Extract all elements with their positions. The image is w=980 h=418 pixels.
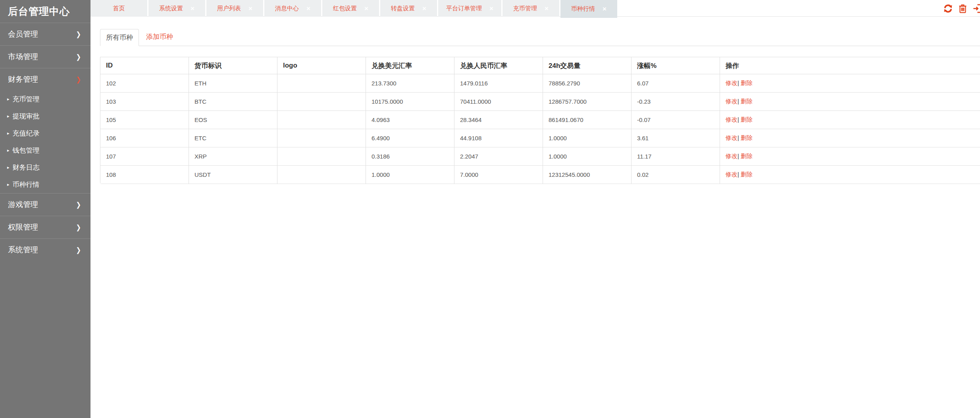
table-row: 106ETC6.490044.91081.00003.61修改|删除 [100, 129, 980, 147]
sidebar-item-game[interactable]: 游戏管理❯ [0, 193, 90, 216]
tab-close-icon[interactable]: × [489, 5, 493, 12]
edit-link[interactable]: 修改 [726, 134, 737, 141]
cell-actions: 修改|删除 [720, 129, 980, 147]
cell-usd_rate: 6.4900 [366, 129, 454, 147]
sidebar-subitem-coin-market[interactable]: ▸币种行情 [0, 176, 90, 193]
cell-volume: 78856.2790 [543, 74, 632, 93]
cell-change: 11.17 [632, 147, 720, 166]
edit-link[interactable]: 修改 [726, 116, 737, 123]
cell-logo [277, 93, 366, 111]
column-header: 涨幅% [632, 57, 720, 74]
tab-recharge-management[interactable]: 充币管理× [503, 0, 559, 17]
cell-usd_rate: 0.3186 [366, 147, 454, 166]
sidebar-subitem-recharge-records[interactable]: ▸充值纪录 [0, 125, 90, 142]
cell-change: 3.61 [632, 129, 720, 147]
action-separator: | [737, 171, 739, 178]
sidebar-item-market[interactable]: 市场管理❯ [0, 45, 90, 68]
tab-close-icon[interactable]: × [422, 5, 426, 12]
tab-label: 消息中心 [275, 5, 299, 12]
tab-wheel-settings[interactable]: 转盘设置× [380, 0, 437, 17]
sidebar-item-finance[interactable]: 财务管理❯ [0, 68, 90, 91]
cell-volume: 1.0000 [543, 129, 632, 147]
cell-cny_rate: 70411.0000 [454, 93, 543, 111]
cell-cny_rate: 2.2047 [454, 147, 543, 166]
sidebar-item-system[interactable]: 系统管理❯ [0, 238, 90, 261]
action-separator: | [737, 116, 739, 123]
tab-label: 转盘设置 [391, 5, 415, 12]
cell-logo [277, 111, 366, 129]
cell-symbol: ETH [189, 74, 277, 93]
column-header: 兑换美元汇率 [366, 57, 454, 74]
tab-close-icon[interactable]: × [306, 5, 310, 12]
delete-link[interactable]: 删除 [741, 134, 753, 141]
triangle-right-icon: ▸ [7, 165, 10, 170]
cell-actions: 修改|删除 [720, 74, 980, 93]
tab-close-icon[interactable]: × [545, 5, 549, 12]
sidebar-item-label: 权限管理 [8, 222, 38, 232]
table-body: 102ETH213.73001479.011678856.27906.07修改|… [100, 74, 980, 184]
triangle-right-icon: ▸ [7, 114, 10, 119]
delete-link[interactable]: 删除 [741, 116, 753, 123]
triangle-right-icon: ▸ [7, 148, 10, 153]
cell-change: 6.07 [632, 74, 720, 93]
edit-link[interactable]: 修改 [726, 79, 737, 86]
sidebar-subitem-finance-log[interactable]: ▸财务日志 [0, 159, 90, 176]
cell-id: 108 [100, 166, 189, 184]
tab-label: 系统设置 [159, 5, 183, 12]
tab-home[interactable]: 首页 [90, 0, 147, 17]
cell-id: 105 [100, 111, 189, 129]
sidebar-subitem-wallet[interactable]: ▸钱包管理 [0, 142, 90, 159]
edit-link[interactable]: 修改 [726, 171, 737, 178]
sidebar-subitem-coin-deposit[interactable]: ▸充币管理 [0, 91, 90, 108]
table-row: 105EOS4.096328.3464861491.0670-0.07修改|删除 [100, 111, 980, 129]
cell-logo [277, 147, 366, 166]
delete-link[interactable]: 删除 [741, 98, 753, 104]
cell-volume: 861491.0670 [543, 111, 632, 129]
cell-actions: 修改|删除 [720, 93, 980, 111]
tab-label: 充币管理 [513, 5, 537, 12]
cell-cny_rate: 28.3464 [454, 111, 543, 129]
tab-strip: 首页系统设置×用户列表×消息中心×红包设置×转盘设置×平台订单管理×充币管理×币… [90, 0, 980, 17]
sidebar-subitem-label: 币种行情 [13, 180, 40, 189]
triangle-right-icon: ▸ [7, 97, 10, 102]
table-row: 102ETH213.73001479.011678856.27906.07修改|… [100, 74, 980, 93]
tab-system-settings[interactable]: 系统设置× [148, 0, 205, 17]
triangle-right-icon: ▸ [7, 131, 10, 136]
logout-icon[interactable] [971, 2, 980, 14]
cell-symbol: BTC [189, 93, 277, 111]
tab-user-list[interactable]: 用户列表× [206, 0, 263, 17]
content-tab-add-currency[interactable]: 添加币种 [141, 29, 179, 46]
tab-close-icon[interactable]: × [364, 5, 368, 12]
sidebar-subitem-label: 财务日志 [13, 163, 40, 172]
tab-coin-market[interactable]: 币种行情× [560, 0, 617, 18]
tab-message-center[interactable]: 消息中心× [264, 0, 321, 17]
sidebar-item-permission[interactable]: 权限管理❯ [0, 216, 90, 238]
tab-platform-orders[interactable]: 平台订单管理× [438, 0, 501, 17]
tab-close-icon[interactable]: × [191, 5, 194, 12]
sidebar-item-member[interactable]: 会员管理❯ [0, 23, 90, 45]
cell-logo [277, 166, 366, 184]
currency-table: ID货币标识logo兑换美元汇率兑换人民币汇率24h交易量涨幅%操作 102ET… [100, 57, 980, 184]
action-separator: | [737, 134, 739, 141]
delete-link[interactable]: 删除 [741, 171, 753, 178]
delete-link[interactable]: 删除 [741, 153, 753, 159]
tab-close-icon[interactable]: × [248, 5, 252, 12]
column-header: ID [100, 57, 189, 74]
edit-link[interactable]: 修改 [726, 98, 737, 104]
edit-link[interactable]: 修改 [726, 153, 737, 159]
tab-redpacket-settings[interactable]: 红包设置× [322, 0, 379, 17]
sidebar-subitem-withdraw-approval[interactable]: ▸提现审批 [0, 108, 90, 125]
delete-link[interactable]: 删除 [741, 79, 753, 86]
action-separator: | [737, 153, 739, 159]
trash-icon[interactable] [957, 2, 968, 14]
cell-usd_rate: 213.7300 [366, 74, 454, 93]
chevron-right-icon: ❯ [76, 30, 81, 39]
table-row: 108USDT1.00007.000012312545.00000.02修改|删… [100, 166, 980, 184]
action-separator: | [737, 98, 739, 104]
refresh-icon[interactable] [942, 2, 954, 14]
cell-cny_rate: 1479.0116 [454, 74, 543, 93]
cell-usd_rate: 4.0963 [366, 111, 454, 129]
content-tab-all-currencies[interactable]: 所有币种 [100, 29, 139, 46]
cell-symbol: ETC [189, 129, 277, 147]
tab-close-icon[interactable]: × [603, 6, 606, 12]
